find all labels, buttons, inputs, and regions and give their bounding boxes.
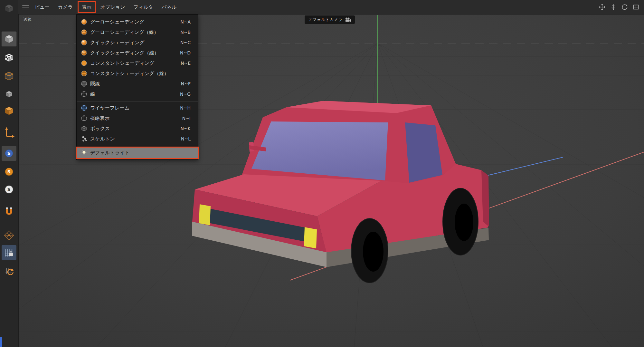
skeleton-icon	[81, 136, 87, 142]
menu-item-label: デフォルトライト...	[90, 150, 134, 156]
menu-item-box[interactable]: ボックス N~K	[77, 123, 198, 134]
menubar-item-view[interactable]: ビュー	[31, 0, 54, 14]
menu-item-constant-shading-lines[interactable]: コンスタントシェーディング（線）	[77, 68, 198, 79]
quick-shading-icon	[81, 39, 87, 46]
camera-icon	[345, 17, 351, 22]
menu-item-label: コンスタントシェーディング	[90, 60, 154, 66]
sidebar-tool-magnet[interactable]	[2, 205, 16, 220]
menu-item-shortcut: N~G	[180, 92, 191, 97]
view-mode-label: 透視	[23, 17, 32, 23]
gouraud-shading-icon	[81, 19, 87, 25]
sidebar-tool-orange-cube[interactable]	[2, 103, 16, 118]
svg-text:S: S	[7, 151, 11, 156]
snap-s-blue-icon: S	[3, 147, 15, 159]
camera-badge[interactable]: デフォルトカメラ	[305, 15, 355, 24]
menu-item-label: ボックス	[90, 126, 110, 132]
menu-item-shortcut: N~H	[180, 105, 191, 111]
snap-s-white-icon: S	[3, 183, 15, 196]
maximize-icon[interactable]	[632, 4, 639, 11]
car-front-wheel-hub	[363, 232, 384, 272]
sidebar-tool-snap-blue[interactable]: S	[2, 146, 16, 161]
box-icon	[81, 125, 87, 132]
sidebar-tool-grid-lock[interactable]	[2, 245, 16, 260]
constant-shading-lines-icon	[81, 70, 87, 77]
snap-s-orange-icon: S	[3, 166, 15, 178]
hamburger-menu-icon[interactable]	[22, 5, 29, 9]
menubar-item-camera[interactable]: カメラ	[54, 0, 77, 14]
display-menu-dropdown: グーローシェーディング N~A グーローシェーディング（線） N~B クイックシ…	[76, 14, 198, 160]
menu-item-shortcut: N~A	[180, 19, 191, 24]
car-headlight-left	[199, 204, 211, 225]
viewport-menubar: ビュー カメラ 表示 オプション フィルタ パネル	[18, 0, 644, 14]
default-light-icon	[81, 149, 87, 156]
sidebar-tool-grid-rotate[interactable]	[2, 264, 16, 279]
sidebar-tool-axis[interactable]	[2, 125, 16, 140]
menu-item-label: ワイヤーフレーム	[90, 105, 129, 111]
scrollbar-thumb[interactable]	[0, 337, 2, 347]
menubar-item-options[interactable]: オプション	[96, 0, 129, 14]
menu-item-shortcut: N~K	[181, 126, 191, 131]
sidebar-tool-snap-white[interactable]: S	[2, 182, 16, 197]
gouraud-shading-lines-icon	[81, 29, 87, 35]
checker-cube-icon	[3, 52, 15, 64]
grid-lock-icon	[3, 246, 15, 259]
menu-item-shortcut: N~E	[181, 61, 191, 66]
orange-cube-icon	[3, 105, 15, 117]
quick-shading-lines-icon	[81, 50, 87, 56]
sidebar-tool-shaded-cube[interactable]	[2, 32, 16, 46]
menu-item-gouraud-shading[interactable]: グーローシェーディング N~A	[77, 17, 198, 27]
menu-item-hidden-line[interactable]: 隠線 N~F	[77, 79, 198, 89]
menu-separator	[77, 146, 198, 146]
menu-item-label: グーローシェーディング	[90, 19, 144, 25]
menu-item-shortcut: N~D	[180, 50, 191, 55]
wire-cube-icon	[3, 70, 15, 82]
constant-shading-icon	[81, 60, 87, 66]
svg-text:S: S	[7, 169, 11, 174]
isoparm-icon	[81, 115, 87, 121]
camera-badge-label: デフォルトカメラ	[308, 17, 342, 23]
menu-item-label: クイックシェーディング	[90, 40, 145, 46]
menu-item-quick-shading[interactable]: クイックシェーディング N~C	[77, 37, 198, 48]
menu-item-label: スケルトン	[90, 136, 115, 142]
menu-item-shortcut: N~L	[181, 136, 191, 141]
menu-item-lines[interactable]: 線 N~G	[77, 89, 198, 99]
sidebar-tool-checker-cube[interactable]	[2, 50, 16, 65]
axis-icon	[3, 126, 15, 139]
sidebar-tool-mesh[interactable]	[2, 228, 16, 243]
menubar-item-panel[interactable]: パネル	[157, 0, 181, 14]
sidebar-tool-simple-cube[interactable]	[2, 86, 16, 101]
svg-text:S: S	[7, 187, 11, 192]
sidebar-tool-viewcube[interactable]	[2, 1, 16, 16]
menu-item-skeleton[interactable]: スケルトン N~L	[77, 134, 198, 144]
menubar-item-filter[interactable]: フィルタ	[129, 0, 157, 14]
hidden-line-icon	[81, 81, 87, 87]
menu-item-quick-shading-lines[interactable]: クイックシェーディング（線） N~D	[77, 48, 198, 58]
menu-item-constant-shading[interactable]: コンスタントシェーディング N~E	[77, 58, 198, 68]
menu-item-shortcut: N~F	[181, 81, 191, 86]
menu-item-shortcut: N~B	[180, 30, 191, 35]
menu-item-shortcut: N~I	[182, 116, 191, 121]
car-rear-wheel-hub	[455, 204, 473, 241]
orbit-icon[interactable]	[621, 4, 628, 11]
left-toolbar: S S S	[0, 0, 19, 347]
shaded-cube-icon	[3, 33, 15, 45]
menu-item-label: 隠線	[90, 81, 100, 87]
viewcube-dim-icon	[3, 2, 15, 14]
menu-item-label: 線	[90, 91, 95, 97]
pan-icon[interactable]	[599, 4, 606, 11]
menu-item-gouraud-shading-lines[interactable]: グーローシェーディング（線） N~B	[77, 27, 198, 37]
magnet-icon	[3, 206, 15, 218]
menu-item-label: クイックシェーディング（線）	[90, 50, 159, 56]
menu-item-wireframe[interactable]: ワイヤーフレーム N~H	[77, 103, 198, 113]
sidebar-tool-wire-cube[interactable]	[2, 69, 16, 83]
car-headlight-right	[304, 227, 317, 248]
menu-item-shortcut: N~C	[180, 40, 191, 45]
dolly-icon[interactable]	[610, 4, 617, 11]
simple-cube-icon	[3, 88, 15, 100]
sidebar-tool-snap-orange[interactable]: S	[2, 164, 16, 179]
wireframe-icon	[81, 105, 87, 111]
line-icon	[81, 91, 87, 97]
menubar-item-display[interactable]: 表示	[78, 1, 96, 13]
menu-item-isoparms[interactable]: 省略表示 N~I	[77, 113, 198, 123]
menu-item-default-light[interactable]: デフォルトライト...	[77, 148, 198, 158]
